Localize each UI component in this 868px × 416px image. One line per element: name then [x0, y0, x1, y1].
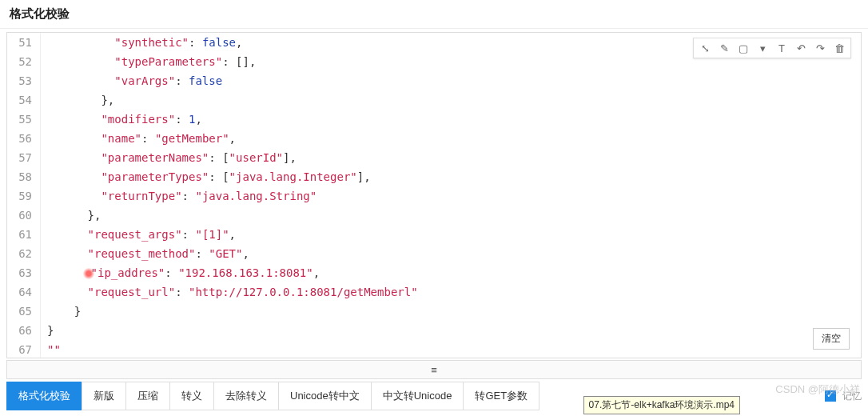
- action-button[interactable]: 转义: [169, 382, 214, 410]
- line-number: 67: [7, 340, 32, 358]
- line-number: 53: [7, 71, 32, 90]
- code-line[interactable]: "request_method": "GET",: [47, 244, 861, 263]
- code-line[interactable]: }: [47, 302, 861, 321]
- code-line[interactable]: },: [47, 90, 861, 110]
- code-line[interactable]: "": [47, 340, 861, 358]
- line-number: 66: [7, 321, 32, 340]
- action-button[interactable]: 去除转义: [213, 382, 279, 410]
- code-line[interactable]: "request_url": "http://127.0.0.1:8081/ge…: [47, 282, 861, 302]
- extra-controls: 记忆: [825, 390, 862, 403]
- code-line[interactable]: "parameterNames": ["userId"],: [47, 148, 861, 167]
- action-button[interactable]: Unicode转中文: [278, 382, 372, 410]
- line-number: 60: [7, 206, 32, 225]
- code-line[interactable]: "returnType": "java.lang.String": [47, 186, 861, 206]
- code-line[interactable]: },: [47, 206, 861, 225]
- line-number: 51: [7, 33, 32, 52]
- line-gutter: 5152535455565758596061626364656667: [7, 33, 41, 358]
- line-number: 56: [7, 129, 32, 148]
- line-number: 54: [7, 90, 32, 110]
- action-button[interactable]: 转GET参数: [463, 382, 540, 410]
- code-line[interactable]: "synthetic": false,: [47, 33, 861, 52]
- action-button[interactable]: 格式化校验: [6, 382, 82, 410]
- code-editor[interactable]: 5152535455565758596061626364656667 "synt…: [7, 33, 861, 358]
- line-number: 59: [7, 186, 32, 206]
- code-content[interactable]: "synthetic": false, "typeParameters": []…: [41, 33, 861, 358]
- line-number: 58: [7, 167, 32, 186]
- line-number: 64: [7, 282, 32, 302]
- code-line[interactable]: "request_args": "[1]",: [47, 225, 861, 244]
- clear-button[interactable]: 清空: [813, 328, 850, 350]
- editor-container: ⤡ ✎ ▢ ▾ T ↶ ↷ 🗑 515253545556575859606162…: [6, 32, 862, 358]
- code-line[interactable]: "varArgs": false: [47, 71, 861, 90]
- collapse-bar[interactable]: ≡: [6, 360, 862, 379]
- action-button[interactable]: 压缩: [125, 382, 170, 410]
- action-button[interactable]: 新版: [82, 382, 126, 410]
- remember-checkbox[interactable]: [825, 390, 836, 402]
- line-number: 65: [7, 302, 32, 321]
- remember-label: 记忆: [842, 390, 862, 403]
- action-button[interactable]: 中文转Unicode: [371, 382, 464, 410]
- code-line[interactable]: "typeParameters": [],: [47, 52, 861, 71]
- code-line[interactable]: }: [47, 321, 861, 340]
- line-number: 63: [7, 263, 32, 282]
- code-line[interactable]: "parameterTypes": ["java.lang.Integer"],: [47, 167, 861, 186]
- page-title: 格式化校验: [0, 0, 868, 29]
- line-number: 52: [7, 52, 32, 71]
- line-number: 62: [7, 244, 32, 263]
- code-line[interactable]: "modifiers": 1,: [47, 110, 861, 129]
- code-line[interactable]: "ip_addres": "192.168.163.1:8081",: [47, 263, 861, 282]
- line-number: 57: [7, 148, 32, 167]
- line-number: 61: [7, 225, 32, 244]
- line-number: 55: [7, 110, 32, 129]
- code-line[interactable]: "name": "getMember",: [47, 129, 861, 148]
- file-tooltip: 07.第七节-elk+kafka环境演示.mp4: [583, 396, 740, 414]
